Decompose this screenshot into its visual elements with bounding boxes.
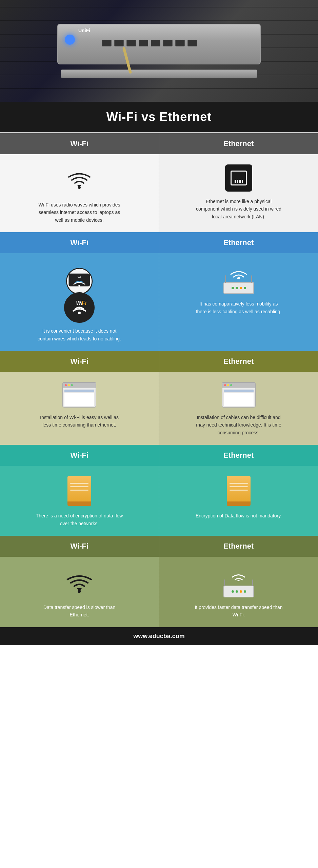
svg-point-8 — [237, 277, 240, 279]
section-2-wifi-content: Wi Wi Fi — [0, 253, 159, 351]
section-3-ethernet-header: Ethernet — [159, 351, 318, 372]
r-light3 — [240, 590, 242, 593]
section-1-ethernet-text: Ethernet is more like a physical compone… — [195, 198, 283, 220]
footer: www.educba.com — [0, 627, 318, 645]
browser-content — [64, 393, 94, 406]
wifi-speed-icon — [64, 567, 95, 597]
browser-titlebar-eth — [222, 383, 255, 388]
max-dot-eth — [230, 384, 232, 386]
section-5-wifi-text: Data transfer speed is slower than Ether… — [35, 604, 123, 619]
section-4-header: Wi-Fi Ethernet — [0, 445, 318, 466]
network-switch — [57, 24, 261, 64]
second-device — [61, 70, 257, 78]
section-4-wifi-content: There is a need of encryption of data fl… — [0, 466, 159, 536]
section-speed: Wi-Fi Ethernet Data transfer speed is sl… — [0, 536, 318, 627]
doc-body — [67, 476, 91, 501]
section-2-header: Wi-Fi Ethernet — [0, 232, 318, 253]
section-2-wifi-header: Wi-Fi — [0, 232, 159, 253]
ethernet-port-inner — [231, 171, 247, 185]
min-dot-eth — [227, 384, 229, 386]
antenna-left-speed — [224, 579, 225, 586]
router-light-orange — [240, 287, 242, 289]
section-4-ethernet-text: Encryption of Data flow is not mandatory… — [196, 512, 282, 519]
eth-pin-2 — [237, 180, 238, 183]
footer-url: www.educba.com — [133, 633, 184, 639]
section-2-content: Wi Wi Fi — [0, 253, 318, 351]
section-1-ethernet-content: Ethernet is more like a physical compone… — [159, 154, 318, 232]
hero-image — [0, 0, 318, 102]
switch-ports — [102, 40, 197, 46]
browser-titlebar — [63, 383, 96, 388]
wifi-badge-icon: Wi — [64, 263, 95, 294]
port-8 — [187, 40, 197, 46]
close-dot — [65, 384, 67, 386]
section-1-content: Wi-Fi uses radio waves which provides se… — [0, 154, 318, 232]
port-1 — [102, 40, 112, 46]
browser-content-eth — [224, 393, 254, 406]
port-2 — [114, 40, 124, 46]
section-1-ethernet-header: Ethernet — [159, 133, 318, 154]
ethernet-port-icon — [225, 164, 252, 192]
port-4 — [139, 40, 148, 46]
document-wifi-icon — [67, 476, 91, 506]
section-1-wifi-text: Wi-Fi uses radio waves which provides se… — [35, 201, 123, 224]
section-5-header: Wi-Fi Ethernet — [0, 536, 318, 557]
wifi-brand-container: Wi Fi — [59, 294, 100, 321]
section-4-wifi-text: There is a need of encryption of data fl… — [35, 512, 123, 527]
ethernet-pins — [235, 180, 243, 183]
router-body-speed — [223, 586, 254, 597]
eth-pin-4 — [242, 180, 243, 183]
section-5-ethernet-text: It provides faster data transfer speed t… — [195, 604, 283, 619]
section-4-content: There is a need of encryption of data fl… — [0, 466, 318, 536]
section-encryption: Wi-Fi Ethernet There is a need of encryp… — [0, 445, 318, 536]
doc-line2 — [70, 486, 88, 487]
section-3-ethernet-content: Installation of cables can be difficult … — [159, 372, 318, 445]
section-5-content: Data transfer speed is slower than Ether… — [0, 557, 318, 627]
router-antenna-left — [225, 275, 226, 283]
document-ethernet-icon — [227, 476, 251, 506]
eth-pin-1 — [235, 180, 236, 183]
port-3 — [126, 40, 136, 46]
router-light-green — [232, 287, 234, 289]
section-5-wifi-content: Data transfer speed is slower than Ether… — [0, 557, 159, 627]
max-dot — [71, 384, 73, 386]
section-3-header: Wi-Fi Ethernet — [0, 351, 318, 372]
doc-body-eth — [227, 476, 251, 501]
port-5 — [151, 40, 160, 46]
port-6 — [163, 40, 173, 46]
doc-line1-eth — [230, 483, 248, 484]
svg-point-7 — [78, 312, 81, 314]
port-7 — [175, 40, 185, 46]
section-intro: Wi-Fi Ethernet Wi-Fi uses radio waves wh… — [0, 133, 318, 232]
eth-pin-3 — [239, 180, 241, 183]
section-mobility: Wi-Fi Ethernet Wi — [0, 232, 318, 351]
svg-point-10 — [237, 580, 240, 581]
section-2-ethernet-header: Ethernet — [159, 232, 318, 253]
section-5-ethernet-header: Ethernet — [159, 536, 318, 557]
router-antenna-right — [251, 275, 252, 283]
wifi-brand-circle: Wi Fi — [64, 292, 95, 323]
section-3-wifi-text: Installation of Wi-Fi is easy as well as… — [35, 414, 123, 429]
router-light-green3 — [244, 287, 246, 289]
section-3-wifi-header: Wi-Fi — [0, 351, 159, 372]
wifi-signal-icon — [64, 164, 95, 195]
r-light4 — [244, 590, 246, 593]
close-dot-eth — [224, 384, 226, 386]
svg-point-4 — [78, 285, 80, 287]
svg-text:Fi: Fi — [82, 300, 87, 306]
browser-window-ethernet — [222, 382, 256, 408]
section-1-wifi-header: Wi-Fi — [0, 133, 159, 154]
page-title: Wi-Fi vs Ethernet — [7, 110, 311, 124]
section-3-ethernet-text: Installation of cables can be difficult … — [195, 414, 283, 436]
section-1-header: Wi-Fi Ethernet — [0, 133, 318, 154]
section-1-wifi-content: Wi-Fi uses radio waves which provides se… — [0, 154, 159, 232]
router-icon — [220, 263, 257, 294]
router-light-green2 — [236, 287, 238, 289]
router-speed-icon — [220, 567, 257, 597]
doc-bottom — [67, 501, 91, 506]
min-dot — [68, 384, 70, 386]
address-bar — [64, 390, 94, 392]
doc-line1 — [70, 483, 88, 484]
r-light1 — [232, 590, 234, 593]
doc-line2-eth — [230, 486, 248, 487]
